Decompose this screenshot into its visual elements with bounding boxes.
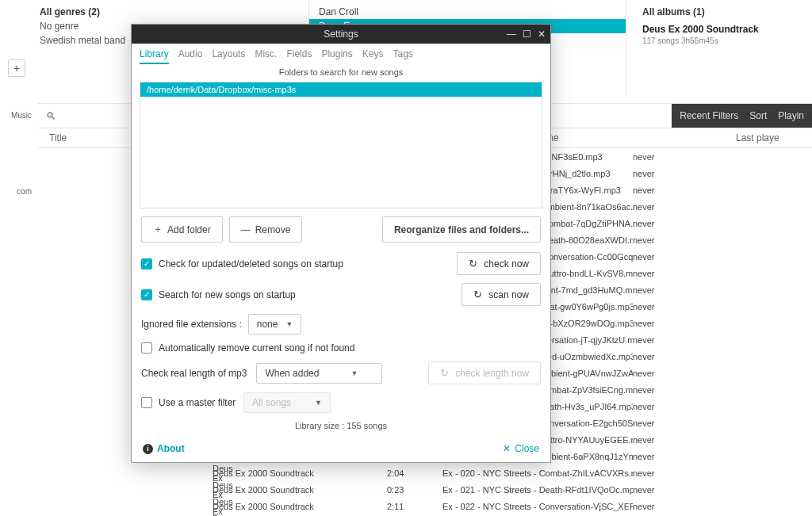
tab-misc[interactable]: Misc. [255,48,277,64]
reorganize-button[interactable]: Reorganize files and folders... [382,216,541,243]
filter-bar: Recent Filters Sort Playin [672,104,812,128]
cell-lastplayed: never [633,485,812,495]
artist-item[interactable]: Dan Croll [309,5,626,19]
cell-lastplayed: never [633,152,812,162]
cell-length: 2:04 [387,468,427,478]
cell-lastplayed: never [633,169,812,178]
close-x-icon: ✕ [503,443,511,454]
cell-lastplayed: never [633,235,812,245]
minus-icon: — [241,224,251,235]
playing-button[interactable]: Playin [778,110,804,121]
library-size-label: Library size : 155 songs [141,421,541,430]
master-filter-select: All songs ▼ [243,392,331,413]
auto-remove-label: Automatically remove current song if not… [159,342,354,354]
folder-list[interactable]: /home/derrik/Data/Dropbox/misc-mp3s [140,82,542,208]
close-icon[interactable]: ✕ [538,29,546,40]
cell-lastplayed: never [633,502,812,511]
cell-filename: Ex - 020 - NYC Streets - Combat-ZhILvACV… [427,468,633,478]
check-updated-checkbox[interactable]: ✓ [141,258,152,269]
refresh-icon: ↻ [440,367,449,379]
cell-lastplayed: never [633,352,812,361]
chevron-down-icon: ▼ [285,320,293,328]
check-real-length-label: Check real length of mp3 [141,368,247,379]
tab-tags[interactable]: Tags [393,48,412,64]
when-added-select[interactable]: When added ▼ [256,363,382,384]
cell-album: Deus Ex 2000 Soundtrack [213,485,387,495]
refresh-icon: ↻ [469,258,477,269]
check-length-now-button[interactable]: ↻ check length now [428,361,541,384]
recent-filters-button[interactable]: Recent Filters [680,110,738,121]
left-label-music: Music [0,111,32,120]
cell-length: 2:11 [387,502,427,511]
cell-lastplayed: never [633,435,812,445]
album-title[interactable]: Deus Ex 2000 Soundtrack [642,24,812,35]
table-row[interactable]: Deus ExDeus Ex 2000 Soundtrack0:23Ex - 0… [38,481,812,498]
ignored-ext-label: Ignored file extensions : [141,319,242,330]
info-icon: i [143,444,153,454]
ignored-ext-select[interactable]: none ▼ [248,314,302,334]
sort-button[interactable]: Sort [749,110,767,121]
folder-item-selected[interactable]: /home/derrik/Data/Dropbox/misc-mp3s [140,82,542,97]
plus-icon: ＋ [153,223,163,236]
minimize-icon[interactable]: — [507,29,516,40]
cell-filename: Ex - 022 - NYC Streets - Conversation-Vj… [427,502,633,511]
cell-lastplayed: never [633,385,812,395]
scan-now-button[interactable]: ↻ scan now [462,283,541,306]
cell-lastplayed: never [633,185,812,195]
tab-audio[interactable]: Audio [178,48,203,64]
cell-lastplayed: never [633,219,812,228]
left-label-com: com [0,187,32,196]
cell-lastplayed: never [633,202,812,212]
albums-heading: All albums (1) [642,6,812,17]
folders-subtitle: Folders to search for new songs [132,67,550,77]
cell-lastplayed: never [633,468,812,478]
add-tab-button[interactable]: + [8,59,25,77]
tab-plugins[interactable]: Plugins [321,48,352,64]
cell-lastplayed: never [633,419,812,428]
cell-album: Deus Ex 2000 Soundtrack [213,502,387,511]
cell-length: 0:23 [387,485,427,495]
search-new-label: Search for new songs on startup [159,289,296,300]
cell-lastplayed: never [633,319,812,328]
close-button[interactable]: ✕ Close [503,443,539,454]
cell-lastplayed: never [633,452,812,461]
cell-lastplayed: never [633,285,812,295]
about-link[interactable]: i About [143,443,185,454]
cell-filename: Ex - 021 - NYC Streets - Death-RFdt1IVQo… [427,485,633,495]
check-updated-label: Check for updated/deleted songs on start… [159,258,343,269]
search-new-checkbox[interactable]: ✓ [141,289,152,300]
cell-lastplayed: never [633,369,812,378]
cell-lastplayed: never [633,269,812,278]
check-now-button[interactable]: ↻ check now [457,252,541,275]
settings-dialog: Settings — ☐ ✕ Library Audio Layouts Mis… [131,24,551,463]
col-filename[interactable]: me [530,132,736,143]
table-row[interactable]: Deus ExDeus Ex 2000 Soundtrack2:04Ex - 0… [38,464,812,481]
settings-tabs: Library Audio Layouts Misc. Fields Plugi… [132,44,550,64]
cell-lastplayed: never [633,252,812,262]
cell-lastplayed: never [633,335,812,345]
genres-heading: All genres (2) [40,6,308,17]
window-title: Settings [324,29,358,40]
maximize-icon[interactable]: ☐ [523,29,531,40]
master-filter-label: Use a master filter [159,397,236,408]
add-folder-button[interactable]: ＋ Add folder [141,216,223,243]
chevron-down-icon: ▼ [315,399,322,407]
tab-fields[interactable]: Fields [286,48,312,64]
master-filter-checkbox[interactable] [141,397,152,408]
album-meta: 117 songs 3h56m45s [642,36,812,45]
chevron-down-icon: ▼ [350,369,358,377]
titlebar[interactable]: Settings — ☐ ✕ [132,25,550,44]
auto-remove-checkbox[interactable] [141,342,152,354]
col-lastplayed[interactable]: Last playe [736,132,812,143]
tab-keys[interactable]: Keys [362,48,384,64]
cell-lastplayed: never [633,402,812,411]
tab-library[interactable]: Library [140,48,169,64]
search-icon[interactable]: 🔍︎ [46,110,56,122]
album-panel: All albums (1) Deus Ex 2000 Soundtrack 1… [626,0,812,95]
refresh-icon: ↻ [473,289,482,300]
tab-layouts[interactable]: Layouts [212,48,245,64]
cell-artist: Deus Ex [38,514,213,517]
remove-button[interactable]: — Remove [229,216,303,243]
table-row[interactable]: Deus ExDeus Ex 2000 Soundtrack2:11Ex - 0… [38,498,812,514]
cell-album: Deus Ex 2000 Soundtrack [213,468,387,478]
